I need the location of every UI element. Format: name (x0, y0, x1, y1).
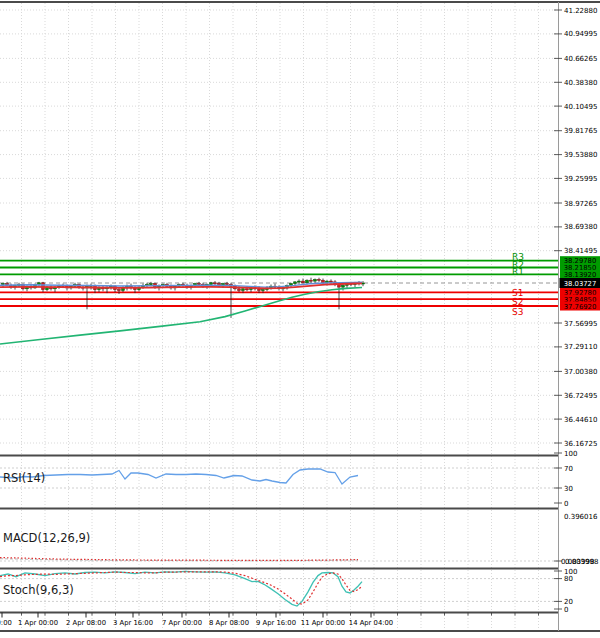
svg-text:38.69380: 38.69380 (564, 223, 597, 231)
svg-text:0.003998: 0.003998 (565, 558, 598, 566)
pivot-label-s3: S3 (512, 307, 523, 317)
svg-text:38.41495: 38.41495 (564, 247, 597, 255)
macd-indicator-label: MACD(12,26,9) (3, 531, 90, 545)
svg-text:1 Apr 00:00: 1 Apr 00:00 (18, 619, 58, 627)
svg-text:100: 100 (564, 450, 577, 458)
svg-text:9 Apr 16:00: 9 Apr 16:00 (256, 619, 296, 627)
svg-text:39.81765: 39.81765 (564, 127, 597, 135)
svg-text:8 Apr 08:00: 8 Apr 08:00 (209, 619, 249, 627)
svg-text:70: 70 (564, 465, 573, 473)
svg-text:0: 0 (564, 606, 568, 614)
svg-text:40.66265: 40.66265 (564, 55, 597, 63)
svg-text:80: 80 (564, 575, 573, 583)
svg-text:40.94995: 40.94995 (564, 30, 597, 38)
stoch-indicator-label: Stoch(9,6,3) (3, 583, 74, 597)
svg-text:11 Apr 00:00: 11 Apr 00:00 (301, 619, 345, 627)
svg-text:36.72495: 36.72495 (564, 392, 597, 400)
svg-text:36.16725: 36.16725 (564, 440, 597, 448)
svg-text:38.97265: 38.97265 (564, 200, 597, 208)
svg-text:37.76920: 37.76920 (564, 303, 596, 311)
svg-text:2 Apr 08:00: 2 Apr 08:00 (66, 619, 106, 627)
svg-text:20:00: 20:00 (0, 619, 12, 627)
svg-text:38.13920: 38.13920 (564, 271, 596, 279)
rsi-indicator-label: RSI(14) (3, 471, 45, 485)
svg-text:7 Apr 00:00: 7 Apr 00:00 (162, 619, 202, 627)
pivot-label-r1: R1 (512, 267, 524, 277)
svg-text:38.03727: 38.03727 (564, 280, 596, 288)
svg-text:41.22880: 41.22880 (564, 7, 597, 15)
svg-text:37.29110: 37.29110 (564, 343, 597, 351)
svg-text:30: 30 (564, 485, 573, 493)
svg-text:3 Apr 16:00: 3 Apr 16:00 (113, 619, 153, 627)
svg-text:37.56995: 37.56995 (564, 320, 597, 328)
trading-chart: 41.2288040.9499540.6626540.3838040.10495… (0, 0, 600, 638)
pivot-label-s2: S2 (512, 297, 523, 307)
svg-text:0: 0 (564, 500, 568, 508)
svg-text:39.25995: 39.25995 (564, 175, 597, 183)
svg-text:40.38380: 40.38380 (564, 79, 597, 87)
svg-text:36.44610: 36.44610 (564, 416, 597, 424)
svg-text:14 Apr 04:00: 14 Apr 04:00 (349, 619, 393, 627)
svg-text:40.10495: 40.10495 (564, 103, 597, 111)
svg-text:0.396016: 0.396016 (564, 513, 598, 521)
svg-text:37.00380: 37.00380 (564, 368, 597, 376)
svg-text:39.53880: 39.53880 (564, 151, 597, 159)
